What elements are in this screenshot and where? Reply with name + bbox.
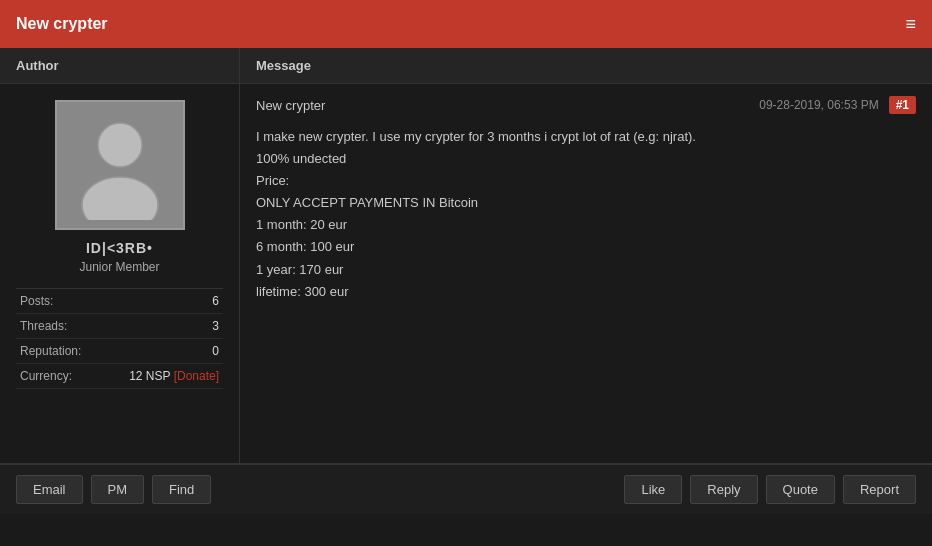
reputation-value: 0 [212, 344, 219, 358]
action-right: Like Reply Quote Report [624, 475, 916, 504]
post-body: I make new crypter. I use my crypter for… [256, 126, 916, 303]
reputation-stat: Reputation: 0 [16, 339, 223, 364]
page-title: New crypter [16, 15, 108, 33]
post-title: New crypter [256, 98, 325, 113]
post-meta: New crypter 09-28-2019, 06:53 PM #1 [256, 96, 916, 114]
quote-button[interactable]: Quote [766, 475, 835, 504]
threads-value: 3 [212, 319, 219, 333]
user-stats: Posts: 6 Threads: 3 Reputation: 0 Curren… [16, 288, 223, 389]
svg-point-0 [98, 123, 142, 167]
threads-stat: Threads: 3 [16, 314, 223, 339]
svg-point-1 [82, 177, 158, 220]
action-bar: Email PM Find Like Reply Quote Report [0, 464, 932, 514]
post-line-2: 100% undected [256, 148, 916, 170]
currency-label: Currency: [20, 369, 72, 383]
post-line-7: 1 year: 170 eur [256, 259, 916, 281]
reputation-label: Reputation: [20, 344, 81, 358]
post-row: ID|<3RB• Junior Member Posts: 6 Threads:… [0, 84, 932, 464]
post-meta-right: 09-28-2019, 06:53 PM #1 [759, 96, 916, 114]
pm-button[interactable]: PM [91, 475, 145, 504]
post-line-6: 6 month: 100 eur [256, 236, 916, 258]
reply-button[interactable]: Reply [690, 475, 757, 504]
message-column: New crypter 09-28-2019, 06:53 PM #1 I ma… [240, 84, 932, 463]
posts-stat: Posts: 6 [16, 289, 223, 314]
currency-stat: Currency: 12 NSP [Donate] [16, 364, 223, 389]
post-line-1: I make new crypter. I use my crypter for… [256, 126, 916, 148]
message-column-header: Message [240, 48, 932, 83]
username: ID|<3RB• [86, 240, 153, 256]
posts-label: Posts: [20, 294, 53, 308]
user-role: Junior Member [79, 260, 159, 274]
post-line-3: Price: [256, 170, 916, 192]
post-number: #1 [889, 96, 916, 114]
author-column: ID|<3RB• Junior Member Posts: 6 Threads:… [0, 84, 240, 463]
posts-value: 6 [212, 294, 219, 308]
donate-link[interactable]: [Donate] [174, 369, 219, 383]
filter-icon[interactable]: ≡ [905, 14, 916, 35]
report-button[interactable]: Report [843, 475, 916, 504]
author-column-header: Author [0, 48, 240, 83]
email-button[interactable]: Email [16, 475, 83, 504]
find-button[interactable]: Find [152, 475, 211, 504]
like-button[interactable]: Like [624, 475, 682, 504]
avatar-image [70, 110, 170, 220]
post-line-4: ONLY ACCEPT PAYMENTS IN Bitcoin [256, 192, 916, 214]
avatar [55, 100, 185, 230]
action-left: Email PM Find [16, 475, 211, 504]
post-line-5: 1 month: 20 eur [256, 214, 916, 236]
post-timestamp: 09-28-2019, 06:53 PM [759, 98, 878, 112]
post-line-8: lifetime: 300 eur [256, 281, 916, 303]
currency-value: 12 NSP [Donate] [129, 369, 219, 383]
threads-label: Threads: [20, 319, 67, 333]
page-header: New crypter ≡ [0, 0, 932, 48]
column-headers: Author Message [0, 48, 932, 84]
